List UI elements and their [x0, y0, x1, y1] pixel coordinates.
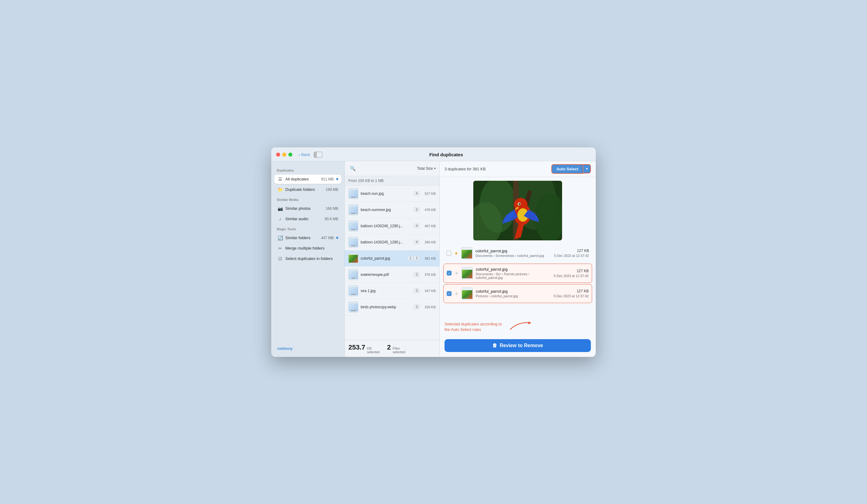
- sidebar-item-merge-folders[interactable]: ✂ Merge multiple folders: [274, 244, 341, 253]
- dup-file-info: colorful_parrot.jpgDocuments › Scr › Par…: [476, 267, 551, 280]
- close-button[interactable]: [276, 153, 280, 156]
- selected-files: 2: [387, 343, 390, 351]
- sidebar-item-duplicate-folders[interactable]: 📁 Duplicate folders 199 MB: [274, 185, 341, 194]
- app-logo: nektony: [274, 342, 341, 352]
- review-btn-label: Review to Remove: [500, 343, 543, 348]
- sidebar-toggle-inner: [314, 152, 317, 157]
- app-window: ‹ Back Find duplicates Duplicates ☰ All …: [271, 147, 596, 357]
- camera-icon: 📷: [277, 206, 283, 211]
- sidebar-section-duplicates: Duplicates: [274, 166, 341, 173]
- file-thumbnail: JPEG: [349, 253, 358, 264]
- preview-area: [440, 177, 596, 244]
- dup-star[interactable]: ★: [454, 271, 459, 275]
- music-icon: ♪: [277, 216, 283, 222]
- dup-entries: ★JPEGcolorful_parrot.jpgDocuments › Scre…: [440, 244, 596, 319]
- all-duplicates-size: 911 MB: [321, 177, 334, 182]
- sidebar-item-similar-folders[interactable]: 🔄 Similar folders 447 MB: [274, 233, 341, 242]
- dup-checkbox[interactable]: ✓: [447, 291, 451, 296]
- sidebar-item-select-duplicates[interactable]: ☑ Select duplicates in folders: [274, 254, 341, 263]
- similar-folders-label: Similar folders: [285, 235, 319, 240]
- dup-star[interactable]: ★: [454, 291, 459, 296]
- file-thumbnail: JPEG: [349, 237, 358, 248]
- dup-count-text: 3 duplicates for 381 KB: [445, 167, 485, 171]
- file-thumbnail: JPEG: [349, 285, 358, 296]
- dup-entry: ★JPEGcolorful_parrot.jpgDocuments › Scre…: [443, 244, 592, 262]
- fullscreen-button[interactable]: [288, 153, 292, 156]
- dup-size: 127 KB: [554, 289, 589, 293]
- dup-star[interactable]: ★: [454, 251, 458, 256]
- checkbox-icon: ☑: [277, 256, 283, 262]
- back-button[interactable]: ‹ Back: [299, 152, 310, 157]
- dup-size: 127 KB: [554, 249, 589, 253]
- auto-select-dropdown-button[interactable]: ▾: [583, 164, 591, 173]
- dup-file-thumbnail: JPEG: [462, 267, 473, 279]
- file-list-item[interactable]: JPEGcolorful_parrot.jpg23381 KB: [345, 251, 439, 267]
- file-badges: 4: [414, 240, 419, 244]
- trash-icon: 🗑: [492, 343, 497, 348]
- selected-kb: 253.7: [349, 343, 365, 351]
- file-list-item[interactable]: JPEGbeach-summer.jpg2478 KB: [345, 202, 439, 218]
- file-size: 381 KB: [422, 256, 436, 260]
- file-panel-header: 🔍 Total Size ▾: [345, 161, 439, 176]
- dup-date: 5 Dec 2023 at 12:37:42: [554, 274, 589, 278]
- sidebar-toggle[interactable]: [314, 152, 322, 158]
- file-list-item[interactable]: JPEGballoon-1430246_1280.j...4407 KB: [345, 218, 439, 234]
- traffic-lights: [276, 153, 292, 156]
- file-badges: 2: [414, 272, 419, 277]
- list-icon: ☰: [277, 176, 283, 182]
- annotation-text: Selected duplicates according to the Aut…: [445, 321, 506, 332]
- minimize-button[interactable]: [282, 153, 286, 156]
- dup-file-info: colorful_parrot.jpgDocuments › Screensho…: [475, 249, 551, 258]
- auto-select-button[interactable]: Auto Select: [552, 164, 583, 174]
- main-content: Duplicates ☰ All duplicates 911 MB 📁 Dup…: [271, 161, 596, 357]
- file-name: beach-summer.jpg: [361, 208, 404, 212]
- file-badges: 3: [414, 305, 419, 309]
- sidebar: Duplicates ☰ All duplicates 911 MB 📁 Dup…: [271, 161, 345, 357]
- dup-meta: 127 KB5 Dec 2023 at 12:37:42: [554, 269, 589, 278]
- file-list-item[interactable]: PDFкомпетенции.pdf2375 KB: [345, 267, 439, 283]
- dup-meta: 127 KB5 Dec 2023 at 12:37:42: [554, 249, 589, 258]
- file-list-item[interactable]: JPEGsea 1.jpg3347 KB: [345, 283, 439, 299]
- dup-date: 5 Dec 2023 at 12:37:42: [554, 254, 589, 258]
- sidebar-item-similar-photos[interactable]: 📷 Similar photos 168 MB: [274, 204, 341, 213]
- search-button[interactable]: 🔍: [349, 164, 357, 173]
- file-size: 478 KB: [422, 208, 436, 212]
- similar-folders-size: 447 MB: [321, 236, 334, 240]
- file-badges: 4: [414, 223, 419, 228]
- file-list: JPEGbeach-sun.jpg4527 KBJPEGbeach-summer…: [345, 186, 439, 340]
- sort-button[interactable]: Total Size ▾: [417, 166, 436, 171]
- window-title: Find duplicates: [326, 152, 566, 157]
- file-name: sea 1.jpg: [361, 289, 404, 293]
- parrot-svg: [473, 181, 562, 240]
- file-size: 527 KB: [422, 192, 436, 195]
- file-size: 347 KB: [422, 289, 436, 293]
- selected-files-sublabel: selected: [393, 350, 405, 354]
- merge-icon: ✂: [277, 245, 283, 251]
- sidebar-item-similar-audio[interactable]: ♪ Similar audio 90.6 MB: [274, 215, 341, 223]
- select-duplicates-label: Select duplicates in folders: [285, 256, 338, 261]
- footer-separator: [382, 343, 385, 351]
- file-name: colorful_parrot.jpg: [361, 256, 404, 261]
- dup-entry: ✓★JPEGcolorful_parrot.jpgDocuments › Scr…: [443, 264, 592, 283]
- dup-checkbox[interactable]: [446, 251, 451, 256]
- annotation-arrow-icon: [509, 320, 533, 334]
- dup-path: Documents › Scr › Parrots pictures › col…: [476, 272, 551, 280]
- file-list-item[interactable]: JPEGballoon-1430245_1280.j...4395 KB: [345, 234, 439, 251]
- sidebar-item-all-duplicates[interactable]: ☰ All duplicates 911 MB: [274, 175, 341, 184]
- duplicate-folders-size: 199 MB: [326, 187, 338, 192]
- review-to-remove-button[interactable]: 🗑 Review to Remove: [445, 339, 591, 352]
- file-list-item[interactable]: JPEGbeach-sun.jpg4527 KB: [345, 186, 439, 202]
- dup-checkbox[interactable]: ✓: [447, 271, 451, 275]
- file-list-item[interactable]: WEBPbirds photocopy.webp3328 KB: [345, 299, 439, 315]
- file-range-label: From 100 KB to 1 MB: [345, 176, 439, 186]
- all-duplicates-label: All duplicates: [285, 177, 319, 182]
- duplicate-folders-label: Duplicate folders: [285, 187, 323, 192]
- dup-date: 5 Dec 2023 at 12:37:42: [554, 294, 589, 298]
- similar-audio-size: 90.6 MB: [324, 217, 338, 221]
- back-label: Back: [301, 152, 310, 157]
- sort-chevron-icon: ▾: [434, 167, 436, 170]
- selected-files-unit: Files: [393, 347, 405, 350]
- file-thumbnail: JPEG: [349, 204, 358, 215]
- preview-image: [473, 181, 562, 240]
- file-size: 375 KB: [422, 273, 436, 276]
